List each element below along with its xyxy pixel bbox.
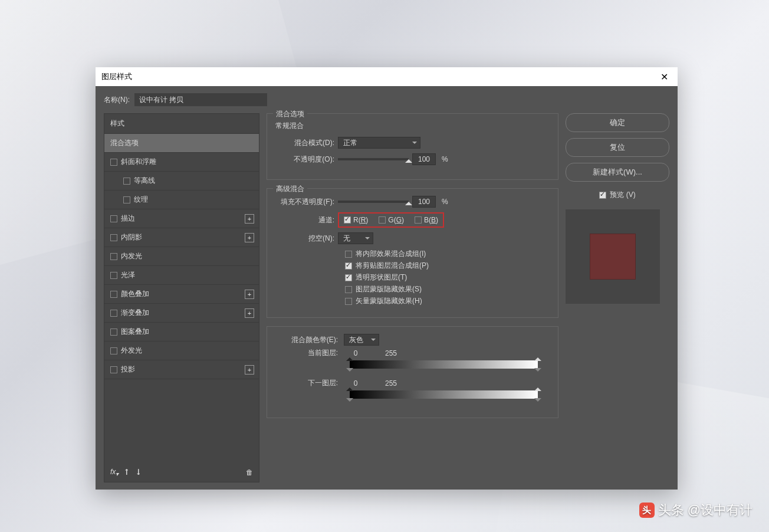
checkbox-transparency-shapes[interactable] [345,274,352,281]
checkbox[interactable] [110,329,117,336]
checkbox[interactable] [123,196,130,203]
under-layer-slider[interactable] [350,390,538,399]
style-outer-glow[interactable]: 外发光 [104,341,259,360]
fill-slider[interactable] [338,201,409,203]
style-inner-shadow[interactable]: 内阴影+ [104,228,259,247]
checkbox-blend-clipped[interactable] [345,262,352,270]
trash-icon[interactable]: 🗑 [246,468,253,477]
channel-g[interactable]: G(G) [379,216,404,224]
checkbox[interactable] [110,234,117,241]
checkbox-blend-interior[interactable] [345,251,352,258]
arrow-up-icon[interactable]: 🠕 [123,468,130,477]
checkbox[interactable] [110,366,117,373]
blendif-label: 混合颜色带(E): [275,335,338,345]
fx-icon[interactable]: fx▾ [110,468,119,477]
style-color-overlay[interactable]: 颜色叠加+ [104,285,259,304]
style-stroke[interactable]: 描边+ [104,209,259,228]
add-icon[interactable]: + [245,365,254,375]
knockout-select[interactable]: 无 [338,232,373,244]
style-pattern-overlay[interactable]: 图案叠加 [104,323,259,341]
knockout-label: 挖空(N): [275,234,334,244]
checkbox-vector-mask-hide[interactable] [345,298,352,305]
name-input[interactable] [134,93,267,106]
blendif-select[interactable]: 灰色 [344,334,379,346]
checkbox[interactable] [110,272,117,279]
styles-header: 样式 [104,114,259,134]
checkbox[interactable] [123,178,130,185]
name-label: 名称(N): [104,95,130,105]
checkbox-layer-mask-hide[interactable] [345,286,352,293]
opacity-input[interactable] [412,153,436,165]
layer-style-dialog: 图层样式 ✕ 名称(N): 样式 混合选项 斜面和浮雕 等高线 [96,67,678,490]
checkbox[interactable] [110,215,117,222]
opacity-label: 不透明度(O): [275,155,334,165]
watermark: 头 头条 @设中有计 [639,501,752,519]
titlebar: 图层样式 ✕ [96,67,678,86]
arrow-down-icon[interactable]: 🠗 [135,468,142,477]
add-icon[interactable]: + [245,290,254,299]
ok-button[interactable]: 确定 [566,113,669,132]
add-icon[interactable]: + [245,214,254,224]
blend-mode-label: 混合模式(D): [275,138,334,148]
style-texture[interactable]: 纹理 [104,191,259,209]
adv-title: 高级混合 [273,184,307,194]
style-inner-glow[interactable]: 内发光 [104,247,259,266]
section-title: 混合选项 [273,109,307,119]
checkbox[interactable] [110,310,117,317]
style-contour[interactable]: 等高线 [104,172,259,191]
blending-options-group: 混合选项 常规混合 混合模式(D): 正常 不透明度(O): % [267,113,558,180]
close-icon[interactable]: ✕ [657,70,672,84]
fill-opacity-label: 填充不透明度(F): [275,197,334,207]
style-bevel[interactable]: 斜面和浮雕 [104,153,259,172]
opacity-slider[interactable] [338,158,409,160]
style-gradient-overlay[interactable]: 渐变叠加+ [104,304,259,323]
this-layer-slider[interactable] [350,360,538,369]
advanced-blend-group: 高级混合 填充不透明度(F): % 通道: R(R) G(G) [267,188,558,318]
general-blend-title: 常规混合 [275,121,550,131]
style-satin[interactable]: 光泽 [104,266,259,285]
preview-label: 预览 (V) [610,190,635,200]
channel-b[interactable]: B(B) [415,216,438,224]
style-drop-shadow[interactable]: 投影+ [104,360,259,379]
preview-swatch [566,209,660,304]
blend-if-group: 混合颜色带(E): 灰色 当前图层: 0 255 [267,326,558,418]
checkbox[interactable] [110,347,117,354]
toutiao-icon: 头 [639,503,655,518]
add-icon[interactable]: + [245,233,254,242]
preview-checkbox[interactable] [599,192,606,199]
styles-panel: 样式 混合选项 斜面和浮雕 等高线 纹理 描边+ 内阴影+ 内发光 光泽 颜色叠… [104,113,259,482]
checkbox[interactable] [110,253,117,260]
add-icon[interactable]: + [245,308,254,318]
this-layer-label: 当前图层: [275,348,338,358]
channel-r[interactable]: R(R) [344,216,368,224]
under-layer-label: 下一图层: [275,378,338,388]
blend-mode-select[interactable]: 正常 [338,137,420,149]
channel-highlight-box: R(R) G(G) B(B) [338,212,444,228]
new-style-button[interactable]: 新建样式(W)... [566,163,669,182]
checkbox[interactable] [110,291,117,298]
style-blend-options[interactable]: 混合选项 [104,134,259,153]
checkbox[interactable] [110,159,117,166]
fill-input[interactable] [412,196,436,208]
reset-button[interactable]: 复位 [566,138,669,157]
dialog-title: 图层样式 [101,71,132,82]
channel-label: 通道: [275,215,334,225]
